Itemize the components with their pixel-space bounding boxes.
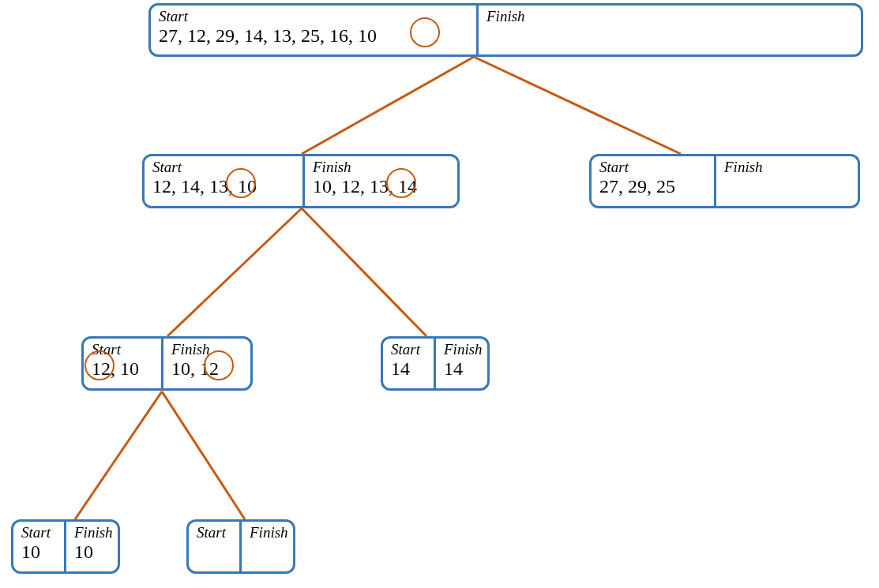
node-left1-finish-values: 10, 12, 13, 14: [313, 176, 449, 197]
node-llr3-finish: Finish: [242, 522, 296, 571]
finish-label: Finish: [250, 525, 288, 540]
node-ll2-finish-values: 10, 12: [171, 358, 242, 379]
start-label: Start: [92, 342, 153, 357]
node-right1-finish: Finish: [716, 156, 858, 206]
finish-label: Finish: [74, 525, 113, 540]
node-lr2-finish: Finish 14: [436, 339, 490, 388]
start-label: Start: [599, 159, 706, 174]
quicksort-tree-diagram: { "labels": { "start": "Start", "finish"…: [0, 0, 879, 588]
node-ll2: Start 12, 10 Finish 10, 12: [81, 336, 253, 391]
node-lll3-finish: Finish 10: [66, 522, 121, 571]
start-label: Start: [152, 159, 295, 174]
node-lll3-start: Start 10: [13, 522, 64, 571]
node-right1-start: Start 27, 29, 25: [592, 156, 714, 206]
node-root: Start 27, 12, 29, 14, 13, 25, 16, 10 Fin…: [148, 3, 863, 57]
node-lll3-start-values: 10: [21, 541, 56, 562]
node-root-start-values: 27, 12, 29, 14, 13, 25, 16, 10: [159, 25, 468, 46]
finish-label: Finish: [724, 159, 850, 174]
node-lr2-start-values: 14: [391, 358, 426, 379]
node-root-start: Start 27, 12, 29, 14, 13, 25, 16, 10: [151, 6, 476, 54]
finish-label: Finish: [486, 9, 853, 24]
node-lll3: Start 10 Finish 10: [11, 519, 120, 574]
node-right1-start-values: 27, 29, 25: [599, 176, 706, 197]
svg-line-2: [167, 208, 302, 336]
svg-line-3: [302, 208, 426, 336]
svg-line-1: [474, 57, 681, 154]
node-left1-start: Start 12, 14, 13, 10: [145, 156, 302, 206]
finish-label: Finish: [313, 159, 449, 174]
node-ll2-start-values: 12, 10: [92, 358, 153, 379]
node-left1: Start 12, 14, 13, 10 Finish 10, 12, 13, …: [142, 154, 460, 208]
node-root-finish: Finish: [479, 6, 861, 54]
node-ll2-start: Start 12, 10: [84, 339, 161, 388]
node-lr2-start: Start 14: [383, 339, 434, 388]
node-llr3-start: Start: [189, 522, 239, 571]
node-llr3: Start Finish: [186, 519, 295, 574]
node-lr2: Start 14 Finish 14: [381, 336, 490, 391]
node-left1-finish: Finish 10, 12, 13, 14: [305, 156, 457, 206]
node-lll3-finish-values: 10: [74, 541, 113, 562]
start-label: Start: [197, 525, 231, 540]
svg-line-4: [75, 391, 162, 519]
node-left1-start-values: 12, 14, 13, 10: [152, 176, 295, 197]
finish-label: Finish: [444, 342, 483, 357]
start-label: Start: [21, 525, 56, 540]
svg-line-5: [162, 391, 245, 519]
start-label: Start: [391, 342, 426, 357]
start-label: Start: [159, 9, 468, 24]
node-lr2-finish-values: 14: [444, 358, 483, 379]
node-right1: Start 27, 29, 25 Finish: [589, 154, 860, 208]
tree-edges: [0, 0, 879, 588]
finish-label: Finish: [171, 342, 242, 357]
svg-line-0: [302, 57, 474, 154]
node-ll2-finish: Finish 10, 12: [163, 339, 250, 388]
